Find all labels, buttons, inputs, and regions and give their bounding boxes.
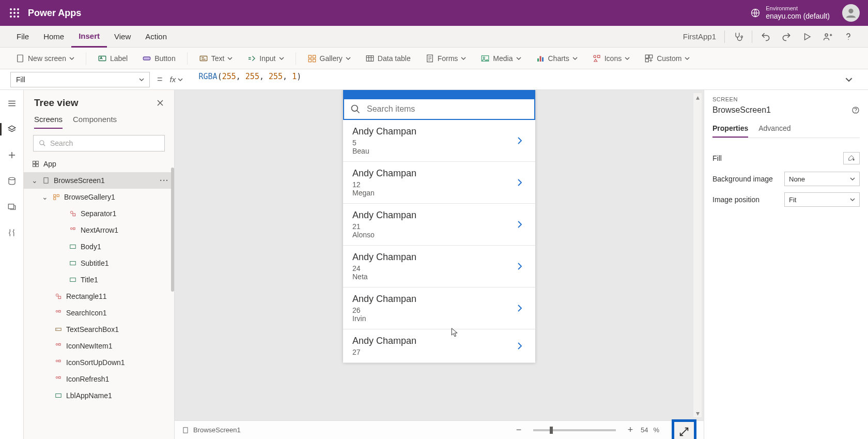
redo-button[interactable] bbox=[776, 26, 797, 47]
tree-node-browse-screen[interactable]: ⌄ BrowseScreen1 ··· bbox=[24, 172, 174, 189]
next-arrow-button[interactable] bbox=[513, 301, 527, 315]
tree-node-icon-refresh[interactable]: IconRefresh1 bbox=[24, 371, 174, 387]
rail-tree-view[interactable] bbox=[4, 121, 20, 138]
fit-to-window-button[interactable] bbox=[672, 419, 696, 440]
new-screen-button[interactable]: New screen bbox=[9, 50, 81, 67]
data-table-button[interactable]: Data table bbox=[359, 50, 417, 67]
zoom-out-button[interactable]: − bbox=[514, 425, 524, 435]
next-arrow-button[interactable] bbox=[513, 217, 527, 232]
tree-node-separator[interactable]: Separator1 bbox=[24, 205, 174, 222]
input-button[interactable]: Input bbox=[241, 50, 290, 67]
gallery-item[interactable]: Andy Champan26Irvin bbox=[343, 287, 535, 329]
formula-input[interactable]: RGBA(255, 255, 255, 1) bbox=[196, 72, 840, 87]
item-title: Andy Champan bbox=[352, 168, 513, 179]
text-button[interactable]: Text bbox=[193, 50, 239, 67]
menu-action[interactable]: Action bbox=[138, 26, 174, 48]
svg-point-29 bbox=[594, 55, 596, 58]
prop-fill-swatch[interactable] bbox=[843, 152, 860, 164]
next-arrow-button[interactable] bbox=[513, 339, 527, 353]
forms-button[interactable]: Forms bbox=[419, 50, 473, 67]
property-selector[interactable]: Fill bbox=[10, 72, 150, 87]
custom-button[interactable]: Custom bbox=[638, 50, 696, 67]
gallery-item[interactable]: Andy Champan5Beau bbox=[343, 120, 535, 162]
prop-bgimage-select[interactable]: None bbox=[784, 172, 860, 186]
app-launcher-button[interactable] bbox=[5, 4, 24, 22]
advanced-tab[interactable]: Advanced bbox=[758, 121, 791, 138]
properties-tab[interactable]: Properties bbox=[712, 121, 748, 138]
media-rail-icon bbox=[7, 202, 17, 211]
zoom-slider[interactable] bbox=[533, 429, 616, 431]
rail-insert[interactable] bbox=[4, 147, 20, 163]
media-button[interactable]: Media bbox=[474, 50, 527, 67]
tree-node-title[interactable]: Title1 bbox=[24, 271, 174, 288]
search-items-input[interactable] bbox=[366, 104, 528, 114]
icons-button[interactable]: Icons bbox=[586, 50, 636, 67]
canvas-scrollbar[interactable]: ▴ ▾ bbox=[693, 93, 702, 417]
tree-view-close-button[interactable] bbox=[157, 99, 164, 107]
gallery-item[interactable]: Andy Champan24Neta bbox=[343, 246, 535, 287]
item-body: Megan bbox=[352, 189, 513, 197]
undo-button[interactable] bbox=[755, 26, 776, 47]
tree-node-gallery[interactable]: ⌄ BrowseGallery1 bbox=[24, 189, 174, 205]
footer-screen-indicator[interactable]: BrowseScreen1 bbox=[182, 426, 241, 434]
gallery-item[interactable]: Andy Champan21Alonso bbox=[343, 204, 535, 246]
button-button[interactable]: Button bbox=[136, 50, 181, 67]
help-button[interactable] bbox=[838, 26, 859, 47]
share-button[interactable] bbox=[817, 26, 838, 47]
tree-node-rectangle[interactable]: Rectangle11 bbox=[24, 288, 174, 305]
tree-node-text-search[interactable]: TextSearchBox1 bbox=[24, 321, 174, 338]
tree-node-app[interactable]: App bbox=[24, 156, 174, 172]
tree-node-lbl-app[interactable]: LblAppName1 bbox=[24, 387, 174, 404]
app-checker-button[interactable] bbox=[728, 26, 749, 47]
rail-advanced-tools[interactable] bbox=[4, 224, 20, 241]
zoom-in-button[interactable]: + bbox=[625, 425, 636, 435]
tree-tab-screens[interactable]: Screens bbox=[34, 115, 63, 129]
tree-node-more-button[interactable]: ··· bbox=[160, 176, 169, 185]
tree-node-search-icon[interactable]: SearchIcon1 bbox=[24, 305, 174, 321]
label-button[interactable]: Label bbox=[91, 50, 134, 67]
tree-node-body[interactable]: Body1 bbox=[24, 238, 174, 255]
next-arrow-button[interactable] bbox=[513, 133, 527, 148]
rail-hamburger[interactable] bbox=[4, 95, 20, 112]
tree-node-next-arrow[interactable]: NextArrow1 bbox=[24, 222, 174, 238]
formula-expand-button[interactable] bbox=[845, 76, 858, 83]
svg-rect-19 bbox=[313, 55, 315, 58]
scroll-up-button[interactable]: ▴ bbox=[693, 93, 702, 101]
help-icon[interactable] bbox=[851, 106, 860, 114]
tree-search-input[interactable]: Search bbox=[33, 135, 165, 152]
rail-data[interactable] bbox=[4, 173, 20, 189]
next-arrow-button[interactable] bbox=[513, 175, 527, 190]
environment-picker[interactable]: Environment enayu.com (default) bbox=[750, 5, 830, 21]
app-name[interactable]: FirstApp1 bbox=[683, 32, 716, 41]
menu-insert[interactable]: Insert bbox=[71, 26, 107, 48]
charts-button[interactable]: Charts bbox=[530, 50, 584, 67]
menu-home[interactable]: Home bbox=[36, 26, 71, 48]
zoom-slider-thumb[interactable] bbox=[550, 427, 553, 434]
search-items-box[interactable] bbox=[343, 98, 535, 120]
tree-node-icon-new[interactable]: IconNewItem1 bbox=[24, 338, 174, 354]
label-text: Label bbox=[110, 54, 128, 63]
canvas-area[interactable]: Andy Champan5BeauAndy Champan12MeganAndy… bbox=[175, 90, 704, 420]
gallery-button[interactable]: Gallery bbox=[301, 50, 357, 67]
menu-view[interactable]: View bbox=[107, 26, 138, 48]
scroll-down-button[interactable]: ▾ bbox=[693, 409, 702, 417]
label-node-icon bbox=[69, 260, 76, 267]
svg-rect-22 bbox=[366, 55, 374, 61]
prop-imgpos-select[interactable]: Fit bbox=[784, 192, 860, 207]
gallery-item[interactable]: Andy Champan12Megan bbox=[343, 162, 535, 204]
svg-rect-18 bbox=[308, 55, 311, 58]
menu-file[interactable]: File bbox=[9, 26, 36, 48]
tree-scrollbar[interactable] bbox=[171, 168, 174, 292]
svg-rect-31 bbox=[645, 55, 648, 58]
fx-dropdown[interactable]: fx bbox=[170, 75, 191, 84]
tree-label: Subtitle1 bbox=[81, 259, 109, 267]
tree-node-icon-sort[interactable]: IconSortUpDown1 bbox=[24, 354, 174, 371]
play-button[interactable] bbox=[797, 26, 817, 47]
svg-rect-42 bbox=[54, 194, 56, 196]
gallery-item[interactable]: Andy Champan27 bbox=[343, 329, 535, 363]
user-avatar[interactable] bbox=[842, 4, 860, 22]
rail-media[interactable] bbox=[4, 199, 20, 215]
tree-node-subtitle[interactable]: Subtitle1 bbox=[24, 255, 174, 271]
next-arrow-button[interactable] bbox=[513, 259, 527, 274]
tree-tab-components[interactable]: Components bbox=[73, 115, 117, 129]
